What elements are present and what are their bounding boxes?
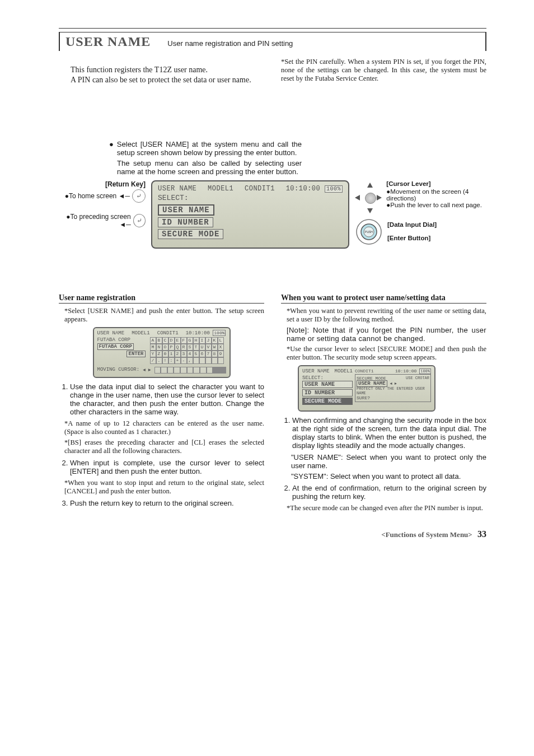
cursor-desc-2: ●Push the lever to call next page.	[386, 202, 486, 208]
left-step-2: When input is complete, use the cursor l…	[70, 459, 264, 475]
return-key-legend: [Return Key] ●To home screen ◄─ ⤶ ●To pr…	[59, 180, 146, 239]
mid-bullets: ●Select [USER NAME] at the system menu a…	[109, 140, 302, 176]
lcd-select-label: SELECT:	[158, 194, 343, 202]
right-sub-2: "SYSTEM": Select when you want to protec…	[291, 472, 486, 480]
header-rule	[59, 28, 486, 32]
left-section-heading: User name registration	[59, 293, 264, 304]
lcd-item-idnumber: ID NUMBER	[158, 217, 213, 227]
left-note-1: *Select [USER NAME] and push the enter b…	[64, 307, 264, 324]
right-sub-1: "USER NAME": Select when you want to pro…	[291, 453, 486, 470]
lcd-condit: CONDIT1	[245, 185, 275, 193]
lcd-moving-cursor: MOVING CURSOR:	[97, 367, 140, 372]
lcd-reg-enter: ENTER	[127, 351, 145, 357]
lcd-registration-screen: USER NAME MODEL1 CONDIT1 10:10:00 100% F…	[93, 327, 231, 378]
lcd-battery: 100%	[325, 185, 343, 193]
lcd-sec-securemode: SECURE MODE	[302, 398, 353, 405]
lcd-reg-condit: CONDIT1	[157, 330, 179, 336]
lcd-sec-select: SELECT:	[302, 375, 353, 381]
intro-right-note: *Set the PIN carefully. When a system PI…	[281, 58, 486, 92]
lcd-main-screen: USER NAME MODEL1 CONDIT1 10:10:00 100% S…	[151, 180, 349, 249]
enter-button-label: [Enter Button]	[387, 235, 437, 241]
lcd-sec-username: USER NAME	[302, 381, 353, 388]
right-note-block: [Note]: Note that if you forget the PIN …	[287, 326, 486, 343]
lcd-reg-model: MODEL1	[132, 330, 149, 336]
intro-p2: A PIN can also be set to protect the set…	[59, 76, 264, 85]
mid-bullet-2: The setup menu can also be called by sel…	[117, 159, 302, 176]
left-step-3: Push the return key to return to the ori…	[70, 499, 264, 507]
cursor-lever-icon	[355, 183, 382, 213]
lcd-reg-corp: FUTABA CORP	[97, 337, 146, 343]
lcd-model: MODEL1	[208, 185, 233, 193]
intro-p1: This function registers the T12Z user na…	[59, 66, 264, 74]
mid-bullet-1: Select [USER NAME] at the system menu an…	[117, 140, 302, 157]
right-step-1: When confirming and changing the securit…	[292, 416, 486, 450]
home-button-icon: ⤶	[132, 189, 146, 203]
to-home-arrow: ●To home screen ◄─	[65, 192, 130, 200]
footer-page-number: 33	[477, 529, 486, 539]
left-note-3: *[BS] erases the preceding character and…	[64, 438, 264, 455]
footer-section: <Functions of System Menu>	[381, 530, 472, 539]
cursor-lever-label: [Cursor Lever]	[386, 180, 486, 187]
right-note-3: *The secure mode can be changed even aft…	[287, 504, 486, 512]
page-subtitle: User name registration and PIN setting	[167, 39, 293, 48]
right-step-2: At the end of confirmation, return to th…	[292, 484, 486, 501]
cursor-desc-1: ●Movement on the screen (4 directions)	[386, 188, 486, 202]
to-preceding-arrow: ●To preceding screen ◄─	[59, 213, 131, 228]
right-note-1: *When you want to prevent rewriting of t…	[287, 307, 486, 324]
title-row: USER NAME User name registration and PIN…	[59, 32, 486, 51]
lcd-char-grid: ABCDEFGHIJKL MNOPQRSTUVWX YZ0123456789 /…	[150, 337, 224, 364]
svg-text:PUSH: PUSH	[365, 230, 373, 234]
lcd-item-securemode: SECURE MODE	[158, 229, 223, 239]
page-title: USER NAME	[65, 34, 151, 49]
data-dial-label: [Data Input Dial]	[387, 221, 437, 228]
bullet-dot: ●	[109, 140, 114, 157]
data-dial-icon: PUSH	[355, 218, 383, 246]
back-button-icon: ⤶	[133, 214, 146, 227]
lcd-sec-idnumber: ID NUMBER	[302, 389, 353, 396]
lcd-secure-screen: USER NAMEMODEL1 SELECT: USER NAME ID NUM…	[298, 365, 435, 412]
lcd-item-username: USER NAME	[158, 204, 214, 216]
right-section-heading: When you want to protect user name/setti…	[281, 293, 486, 304]
controls-legend: [Cursor Lever] ●Movement on the screen (…	[355, 180, 486, 246]
intro-left: This function registers the T12Z user na…	[59, 58, 264, 92]
left-note-2: *A name of up to 12 characters can be en…	[64, 419, 264, 436]
lcd-title: USER NAME	[158, 185, 196, 193]
left-step-1: Use the data input dial to select the ch…	[70, 382, 264, 416]
right-note-2: *Use the cursor lever to select [SECURE …	[287, 345, 486, 362]
return-key-label: [Return Key]	[59, 180, 146, 188]
left-note-4: *When you want to stop input and return …	[64, 479, 264, 496]
lcd-time: 10:10:00	[286, 185, 321, 193]
page-footer: <Functions of System Menu> 33	[59, 529, 486, 539]
lcd-reg-title: USER NAME	[97, 330, 125, 336]
lcd-reg-input: FUTABA CORP	[97, 343, 134, 350]
